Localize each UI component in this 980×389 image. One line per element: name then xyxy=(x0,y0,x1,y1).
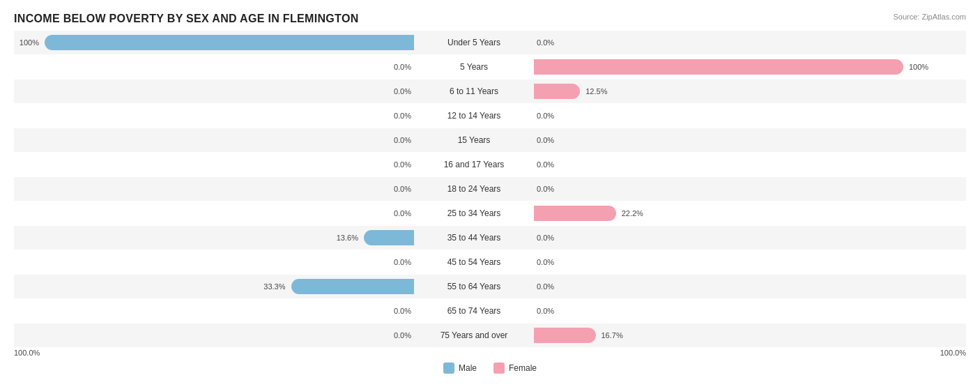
female-value: 0.0% xyxy=(537,185,554,193)
left-section: 0.0% xyxy=(14,55,418,79)
female-value: 22.2% xyxy=(619,209,643,218)
right-section: 22.2% xyxy=(530,201,934,225)
chart-row: 0.0% 65 to 74 Years 0.0% xyxy=(14,299,966,323)
male-value: 0.0% xyxy=(394,307,411,315)
bottom-labels: 100.0% 100.0% xyxy=(14,349,966,357)
female-bar: 100% xyxy=(534,59,903,75)
male-value: 13.6% xyxy=(337,234,361,242)
male-bar-container: 0.0% xyxy=(14,206,414,221)
legend-male-box xyxy=(443,363,454,374)
right-section: 0.0% xyxy=(530,177,934,201)
female-value: 16.7% xyxy=(599,331,623,340)
male-bar-container: 0.0% xyxy=(14,108,414,123)
legend-male: Male xyxy=(443,363,477,374)
female-bar: 16.7% xyxy=(534,328,596,343)
legend-female: Female xyxy=(493,363,537,374)
female-value: 0.0% xyxy=(537,307,554,315)
female-bar-container: 0.0% xyxy=(534,230,934,245)
age-label: 55 to 64 Years xyxy=(418,282,530,291)
male-bar-container: 100% xyxy=(14,35,414,50)
left-section: 100% xyxy=(14,31,418,54)
chart-row: 0.0% 15 Years 0.0% xyxy=(14,128,966,152)
male-value: 0.0% xyxy=(394,112,411,120)
chart-row: 13.6% 35 to 44 Years 0.0% xyxy=(14,226,966,250)
female-value: 0.0% xyxy=(537,136,554,144)
right-section: 0.0% xyxy=(530,275,934,298)
female-value: 0.0% xyxy=(537,258,554,266)
age-label: 75 Years and over xyxy=(418,330,530,340)
chart-row: 0.0% 75 Years and over 16.7% xyxy=(14,323,966,347)
left-section: 0.0% xyxy=(14,299,418,323)
right-section: 12.5% xyxy=(530,79,934,103)
male-value: 0.0% xyxy=(394,209,411,218)
male-bar-container: 0.0% xyxy=(14,84,414,99)
age-label: 25 to 34 Years xyxy=(418,208,530,218)
male-value: 0.0% xyxy=(394,258,411,266)
age-label: 16 and 17 Years xyxy=(418,160,530,169)
female-bar: 12.5% xyxy=(534,84,580,99)
female-value: 0.0% xyxy=(537,38,554,47)
right-section: 0.0% xyxy=(530,299,934,323)
female-bar-container: 0.0% xyxy=(534,254,934,270)
chart-row: 0.0% 18 to 24 Years 0.0% xyxy=(14,177,966,201)
bottom-left-label: 100.0% xyxy=(14,349,40,357)
left-section: 0.0% xyxy=(14,250,418,274)
right-section: 16.7% xyxy=(530,323,934,347)
chart-row: 0.0% 25 to 34 Years 22.2% xyxy=(14,201,966,225)
legend-male-label: Male xyxy=(459,363,477,373)
right-section: 0.0% xyxy=(530,153,934,176)
legend-female-label: Female xyxy=(509,363,537,373)
female-bar-container: 0.0% xyxy=(534,132,934,148)
age-label: 5 Years xyxy=(418,62,530,72)
female-bar: 22.2% xyxy=(534,206,616,221)
right-section: 0.0% xyxy=(530,250,934,274)
chart-row: 0.0% 16 and 17 Years 0.0% xyxy=(14,153,966,176)
chart-container: INCOME BELOW POVERTY BY SEX AND AGE IN F… xyxy=(0,0,980,383)
age-label: 12 to 14 Years xyxy=(418,111,530,121)
legend: Male Female xyxy=(14,363,966,374)
male-bar-container: 0.0% xyxy=(14,181,414,197)
female-bar-container: 0.0% xyxy=(534,35,934,50)
left-section: 0.0% xyxy=(14,323,418,347)
right-section: 0.0% xyxy=(530,226,934,250)
male-bar-container: 0.0% xyxy=(14,132,414,148)
male-value: 33.3% xyxy=(263,282,288,291)
age-label: 45 to 54 Years xyxy=(418,257,530,267)
left-section: 0.0% xyxy=(14,128,418,152)
female-bar-container: 22.2% xyxy=(534,206,934,221)
male-bar: 100% xyxy=(45,35,414,50)
female-value: 0.0% xyxy=(537,112,554,120)
chart-row: 33.3% 55 to 64 Years 0.0% xyxy=(14,275,966,298)
left-section: 0.0% xyxy=(14,104,418,128)
chart-title: INCOME BELOW POVERTY BY SEX AND AGE IN F… xyxy=(14,13,966,25)
age-label: 15 Years xyxy=(418,135,530,145)
right-section: 100% xyxy=(530,55,934,79)
bottom-right-label: 100.0% xyxy=(940,349,966,357)
left-section: 0.0% xyxy=(14,79,418,103)
left-section: 13.6% xyxy=(14,226,418,250)
chart-row: 0.0% 12 to 14 Years 0.0% xyxy=(14,104,966,128)
female-bar-container: 0.0% xyxy=(534,303,934,319)
source-label: Source: ZipAtlas.com xyxy=(893,13,966,21)
male-bar-container: 0.0% xyxy=(14,303,414,319)
bars-area: 100% Under 5 Years 0.0% 0.0% 5 Years 100… xyxy=(14,31,966,347)
female-value: 0.0% xyxy=(537,282,554,291)
male-value: 100% xyxy=(20,38,42,47)
male-value: 0.0% xyxy=(394,63,411,71)
male-bar-container: 0.0% xyxy=(14,328,414,343)
female-bar-container: 16.7% xyxy=(534,328,934,343)
age-label: 65 to 74 Years xyxy=(418,306,530,316)
female-bar-container: 12.5% xyxy=(534,84,934,99)
chart-row: 0.0% 45 to 54 Years 0.0% xyxy=(14,250,966,274)
female-value: 0.0% xyxy=(537,234,554,242)
male-bar-container: 33.3% xyxy=(14,279,414,294)
male-value: 0.0% xyxy=(394,87,411,96)
male-bar-container: 0.0% xyxy=(14,157,414,172)
age-label: 6 to 11 Years xyxy=(418,86,530,96)
age-label: 18 to 24 Years xyxy=(418,184,530,194)
left-section: 33.3% xyxy=(14,275,418,298)
female-bar-container: 0.0% xyxy=(534,279,934,294)
chart-row: 0.0% 5 Years 100% xyxy=(14,55,966,79)
left-section: 0.0% xyxy=(14,153,418,176)
male-value: 0.0% xyxy=(394,331,411,340)
